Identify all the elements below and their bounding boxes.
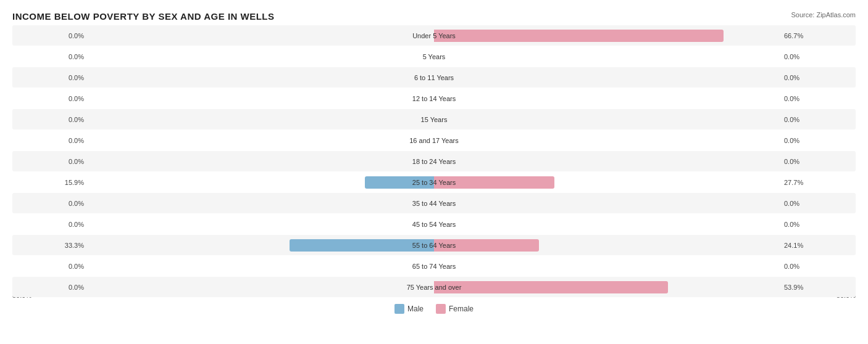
female-value: 0.0% (782, 221, 856, 228)
legend-male-box (394, 304, 404, 314)
female-bar-container (434, 239, 539, 252)
male-bar (365, 176, 434, 189)
bar-section: 55 to 64 Years (86, 235, 782, 255)
bar-section: 65 to 74 Years (86, 256, 782, 276)
bar-section: 75 Years and over (86, 277, 782, 297)
legend: Male Female (12, 304, 856, 314)
female-value: 0.0% (782, 158, 856, 165)
female-value: 53.9% (782, 284, 856, 291)
male-value: 0.0% (12, 137, 86, 144)
row-label: 18 to 24 Years (409, 157, 459, 166)
female-value: 0.0% (782, 200, 856, 207)
male-value: 0.0% (12, 221, 86, 228)
male-value: 0.0% (12, 74, 86, 81)
row-label: 45 to 54 Years (409, 219, 459, 229)
chart-row: 0.0%12 to 14 Years0.0% (12, 88, 856, 109)
male-value: 0.0% (12, 32, 86, 39)
row-label: 15 Years (417, 115, 451, 125)
legend-female: Female (436, 304, 474, 314)
female-value: 0.0% (782, 116, 856, 123)
chart-row: 0.0%15 Years0.0% (12, 109, 856, 129)
bar-section: 15 Years (86, 109, 782, 129)
male-bar-container (365, 176, 434, 189)
source-text: Source: ZipAtlas.com (791, 11, 856, 18)
female-value: 0.0% (782, 263, 856, 270)
female-value: 66.7% (782, 32, 856, 39)
female-bar-container (434, 176, 554, 189)
female-value: 0.0% (782, 95, 856, 102)
female-value: 0.0% (782, 137, 856, 144)
male-value: 0.0% (12, 158, 86, 165)
male-value: 15.9% (12, 179, 86, 186)
bar-section: 18 to 24 Years (86, 151, 782, 171)
female-bar (434, 281, 668, 293)
legend-male: Male (394, 304, 424, 314)
bar-section: 45 to 54 Years (86, 214, 782, 234)
male-value: 0.0% (12, 95, 86, 102)
female-bar-container (434, 281, 668, 293)
chart-row: 0.0%Under 5 Years66.7% (12, 25, 856, 46)
row-label: 65 to 74 Years (409, 261, 459, 271)
chart-row: 0.0%16 and 17 Years0.0% (12, 130, 856, 150)
male-value: 0.0% (12, 116, 86, 123)
female-value: 27.7% (782, 179, 856, 186)
chart-row: 0.0%35 to 44 Years0.0% (12, 193, 856, 213)
row-label: 35 to 44 Years (409, 199, 459, 208)
male-bar-container (290, 239, 434, 252)
male-value: 0.0% (12, 200, 86, 207)
chart-row: 0.0%75 Years and over53.9% (12, 277, 856, 297)
chart-row: 15.9%25 to 34 Years27.7% (12, 172, 856, 192)
male-value: 0.0% (12, 53, 86, 60)
chart-row: 0.0%65 to 74 Years0.0% (12, 256, 856, 276)
legend-male-label: Male (407, 305, 424, 313)
bar-section: 12 to 14 Years (86, 88, 782, 109)
female-bar (434, 176, 554, 189)
legend-female-label: Female (449, 305, 474, 313)
male-bar (290, 239, 434, 252)
bar-section: 16 and 17 Years (86, 130, 782, 150)
chart-area: 0.0%Under 5 Years66.7%0.0%5 Years0.0%0.0… (12, 25, 856, 290)
male-value: 0.0% (12, 263, 86, 270)
row-label: 6 to 11 Years (411, 73, 457, 83)
female-bar (434, 30, 724, 42)
bar-section: Under 5 Years (86, 25, 782, 46)
chart-row: 0.0%45 to 54 Years0.0% (12, 214, 856, 234)
legend-female-box (436, 304, 446, 314)
chart-row: 33.3%55 to 64 Years24.1% (12, 235, 856, 255)
row-label: 5 Years (419, 52, 449, 62)
row-label: 12 to 14 Years (409, 94, 459, 104)
female-value: 0.0% (782, 74, 856, 81)
bar-section: 25 to 34 Years (86, 172, 782, 192)
female-value: 24.1% (782, 242, 856, 249)
row-label: 16 and 17 Years (406, 136, 462, 145)
bar-section: 6 to 11 Years (86, 67, 782, 88)
female-value: 0.0% (782, 53, 856, 60)
male-value: 0.0% (12, 284, 86, 291)
chart-row: 0.0%5 Years0.0% (12, 46, 856, 67)
female-bar-container (434, 30, 724, 42)
chart-title: INCOME BELOW POVERTY BY SEX AND AGE IN W… (12, 11, 856, 22)
chart-row: 0.0%18 to 24 Years0.0% (12, 151, 856, 171)
bar-section: 35 to 44 Years (86, 193, 782, 213)
female-bar (434, 239, 539, 252)
chart-container: INCOME BELOW POVERTY BY SEX AND AGE IN W… (0, 0, 868, 344)
bar-section: 5 Years (86, 46, 782, 67)
chart-row: 0.0%6 to 11 Years0.0% (12, 67, 856, 88)
male-value: 33.3% (12, 242, 86, 249)
